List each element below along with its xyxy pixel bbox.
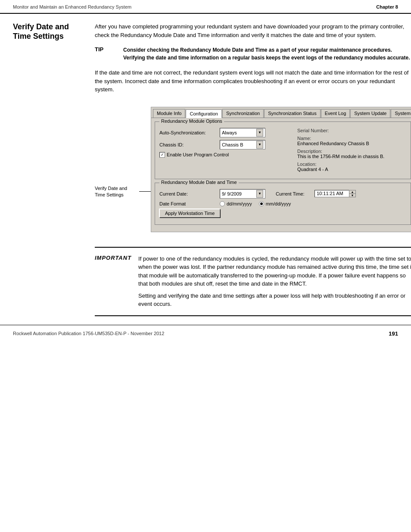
- enable-user-program-checkbox[interactable]: ✓: [159, 152, 165, 158]
- header-title: Monitor and Maintain an Enhanced Redunda…: [13, 4, 131, 9]
- chassis-id-value: Chassis B: [222, 142, 256, 147]
- intro-text: After you have completed programming you…: [95, 22, 411, 39]
- time-spinner-up[interactable]: ▲: [349, 190, 355, 194]
- page-header: Monitor and Maintain an Enhanced Redunda…: [0, 0, 411, 14]
- footer-publication: Rockwell Automation Publication 1756-UM5…: [13, 331, 164, 336]
- rmct-window: Module Info Configuration Synchronizatio…: [151, 107, 411, 232]
- tab-bar: Module Info Configuration Synchronizatio…: [151, 107, 411, 118]
- annotation-line: [139, 191, 151, 192]
- current-date-label: Current Date:: [159, 191, 220, 196]
- auto-sync-dropdown-btn[interactable]: ▼: [256, 129, 263, 137]
- date-time-row: Current Date: 9/ 9/2009 ▼ Current Time:: [159, 189, 406, 199]
- name-field: Name: Enhanced Redundancy Chassis B: [297, 136, 406, 146]
- auto-sync-select[interactable]: Always ▼: [220, 128, 265, 137]
- group2-title: Redundancy Module Date and Time: [159, 180, 239, 185]
- current-time-label: Current Time:: [276, 191, 314, 196]
- screenshot-window: Module Info Configuration Synchronizatio…: [151, 99, 411, 240]
- page-body: Verify Date and Time Settings After you …: [0, 14, 411, 316]
- tip-box: TIP Consider checking the Redundancy Mod…: [95, 46, 411, 62]
- radio-mm-dd-yyyy-button[interactable]: [259, 201, 264, 206]
- tip-label: TIP: [95, 46, 116, 62]
- redundancy-module-options-group: Redundancy Module Options Auto-Synchroni…: [155, 121, 411, 179]
- right-column: After you have completed programming you…: [90, 22, 411, 316]
- group1-inner: Auto-Synchronization: Always ▼: [159, 128, 406, 174]
- chassis-id-dropdown-btn[interactable]: ▼: [256, 141, 263, 149]
- important-label: IMPORTANT: [95, 255, 131, 308]
- important-text-1: If power to one of the redundancy module…: [138, 255, 411, 288]
- current-date-dropdown-btn[interactable]: ▼: [256, 190, 263, 198]
- name-value: Enhanced Redundancy Chassis B: [297, 141, 406, 146]
- tab-system-update[interactable]: System Update: [350, 109, 390, 118]
- redundancy-module-date-time-group: Redundancy Module Date and Time Current …: [155, 183, 411, 225]
- description-value: This is the 1756-RM module in chassis B.: [297, 154, 406, 159]
- checkbox-row: ✓ Enable User Program Control: [159, 152, 289, 158]
- radio-mm-dd-yyyy: mm/dd/yyyy: [259, 201, 291, 206]
- auto-sync-label: Auto-Synchronization:: [159, 130, 220, 135]
- radio-group: dd/mm/yyyy mm/dd/yyyy: [220, 201, 291, 206]
- auto-sync-value: Always: [222, 130, 256, 135]
- checkbox-label: Enable User Program Control: [167, 152, 229, 157]
- left-column: Verify Date and Time Settings: [0, 22, 90, 316]
- body-text-2: If the date and time are not correct, th…: [95, 68, 411, 94]
- tip-text: Consider checking the Redundancy Module …: [123, 46, 411, 62]
- date-format-row: Date Format dd/mm/yyyy mm/dd: [159, 201, 406, 206]
- chassis-id-row: Chassis ID: Chassis B ▼: [159, 140, 289, 149]
- auto-sync-control: Always ▼: [220, 128, 265, 137]
- tab-system[interactable]: System: [391, 109, 411, 118]
- date-format-label: Date Format: [159, 201, 220, 206]
- radio-dd-mm-yyyy: dd/mm/yyyy: [220, 201, 252, 206]
- description-label: Description:: [297, 149, 406, 154]
- two-col-form: Auto-Synchronization: Always ▼: [159, 128, 406, 174]
- chassis-id-select[interactable]: Chassis B ▼: [220, 140, 265, 149]
- tab-event-log[interactable]: Event Log: [321, 109, 350, 118]
- group1-title: Redundancy Module Options: [159, 118, 224, 124]
- serial-number-label: Serial Number:: [297, 128, 406, 133]
- apply-button-row: Apply Workstation Time: [159, 209, 406, 218]
- screenshot-container: Verify Date and Time Settings Module Inf…: [95, 99, 411, 240]
- location-field: Location: Quadrant 4 - A: [297, 162, 406, 172]
- radio-mm-dd-yyyy-label: mm/dd/yyyy: [266, 201, 291, 206]
- description-field: Description: This is the 1756-RM module …: [297, 149, 406, 159]
- radio-dd-mm-yyyy-label: dd/mm/yyyy: [227, 201, 252, 206]
- current-date-select[interactable]: 9/ 9/2009 ▼: [220, 189, 265, 199]
- annotation-wrapper: Verify Date and Time Settings: [95, 185, 151, 199]
- radio-dd-mm-yyyy-button[interactable]: [220, 201, 225, 206]
- chassis-id-control: Chassis B ▼: [220, 140, 265, 149]
- serial-number-field: Serial Number:: [297, 128, 406, 133]
- annotation-text: Verify Date and Time Settings: [95, 185, 137, 199]
- location-label: Location:: [297, 162, 406, 167]
- tab-synchronization[interactable]: Synchronization: [222, 109, 264, 118]
- current-date-control: 9/ 9/2009 ▼: [220, 189, 265, 199]
- chapter-label: Chapter 8: [376, 4, 398, 9]
- tab-module-info[interactable]: Module Info: [153, 109, 185, 118]
- group2-inner: Current Date: 9/ 9/2009 ▼ Current Time:: [159, 189, 406, 218]
- tab-configuration[interactable]: Configuration: [186, 109, 221, 118]
- important-text-2: Setting and verifying the date and time …: [138, 292, 411, 308]
- left-form-col: Auto-Synchronization: Always ▼: [159, 128, 289, 174]
- name-label: Name:: [297, 136, 406, 141]
- chassis-id-label: Chassis ID:: [159, 142, 220, 147]
- right-info-col: Serial Number: Name: Enhanced Redundancy…: [289, 128, 406, 174]
- important-text: If power to one of the redundancy module…: [138, 255, 411, 308]
- time-spinner-down[interactable]: ▼: [349, 194, 355, 197]
- tab-synchronization-status[interactable]: Synchronization Status: [264, 109, 321, 118]
- page-footer: Rockwell Automation Publication 1756-UM5…: [0, 325, 411, 342]
- time-spinner-buttons: ▲ ▼: [349, 190, 356, 197]
- window-content: Redundancy Module Options Auto-Synchroni…: [151, 118, 411, 232]
- auto-sync-row: Auto-Synchronization: Always ▼: [159, 128, 289, 137]
- annotation-sidebar: Verify Date and Time Settings: [95, 99, 151, 199]
- footer-page-number: 191: [389, 330, 398, 337]
- apply-workstation-time-button[interactable]: Apply Workstation Time: [159, 209, 220, 218]
- location-value: Quadrant 4 - A: [297, 167, 406, 172]
- current-time-spinner: 10:11:21 AM ▲ ▼: [314, 190, 356, 197]
- current-time-input[interactable]: 10:11:21 AM: [314, 190, 349, 197]
- important-box: IMPORTANT If power to one of the redunda…: [95, 247, 411, 316]
- section-heading: Verify Date and Time Settings: [13, 22, 82, 41]
- current-date-value: 9/ 9/2009: [222, 191, 256, 196]
